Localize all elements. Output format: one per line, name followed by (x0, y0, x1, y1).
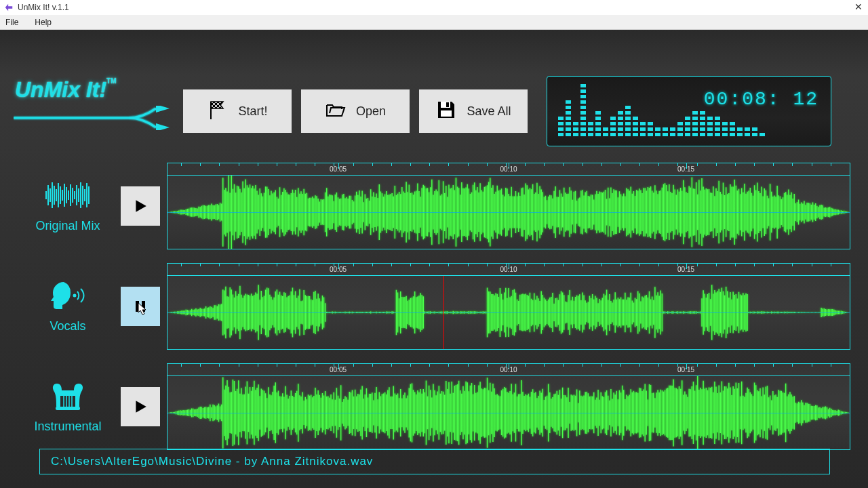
track-label-text: Original Mix (35, 219, 100, 233)
status-path: C:\Users\AlterEgo\Music\Divine - by Anna… (39, 449, 830, 474)
svg-rect-6 (441, 110, 452, 117)
window-title: UnMix It! v.1.1 (18, 3, 69, 12)
app-icon (4, 3, 14, 12)
app-logo: UnMix It!TM (15, 77, 117, 102)
start-button[interactable]: Start! (183, 89, 292, 133)
open-button[interactable]: Open (301, 89, 410, 133)
workspace: UnMix It!TM Start! Open (0, 30, 868, 488)
start-label: Start! (238, 104, 267, 119)
open-label: Open (356, 104, 386, 119)
play-button-instr[interactable] (121, 387, 160, 426)
toolbar: Start! Open Save All (183, 89, 528, 133)
head-speaking-icon (43, 279, 92, 315)
waveform-instr[interactable]: 00:0500:1000:15 (167, 363, 850, 450)
waveform-icon (43, 179, 92, 215)
time-ruler: 00:0500:1000:15 (167, 364, 850, 376)
svg-rect-5 (446, 102, 449, 107)
svg-rect-33 (56, 407, 80, 410)
play-button-original[interactable] (121, 186, 160, 226)
menu-file[interactable]: File (5, 18, 18, 27)
track-label-text: Instrumental (34, 420, 101, 434)
close-icon[interactable]: ✕ (854, 1, 863, 12)
track-label-vocals: Vocals (20, 279, 115, 333)
track-label-instr: Instrumental (20, 380, 115, 434)
save-all-button[interactable]: Save All (419, 89, 528, 133)
track-label-text: Vocals (50, 319, 85, 333)
time-panel: 00:08: 12 (547, 76, 831, 146)
time-ruler: 00:0500:1000:15 (167, 163, 850, 176)
window-titlebar: UnMix It! v.1.1 ✕ (0, 0, 868, 15)
tracks-area: Original Mix 00:0500:1000:15 Vocals 00:0… (0, 162, 850, 463)
save-label: Save All (467, 104, 511, 119)
menu-help[interactable]: Help (35, 18, 52, 27)
svg-marker-38 (136, 401, 146, 413)
time-ruler: 00:0500:1000:15 (167, 264, 850, 276)
track-original: Original Mix 00:0500:1000:15 (0, 162, 850, 250)
playhead[interactable] (443, 276, 444, 349)
svg-marker-29 (136, 200, 146, 212)
folder-open-icon (325, 99, 347, 124)
save-icon (435, 99, 457, 124)
waveform-vocals[interactable]: 00:0500:1000:15 (167, 263, 850, 350)
logo-split-arrows-icon (14, 106, 170, 130)
track-label-original: Original Mix (20, 179, 115, 233)
track-instr: Instrumental 00:0500:1000:15 (0, 363, 850, 451)
menubar: File Help (0, 15, 868, 30)
timecode: 00:08: 12 (704, 89, 818, 110)
flag-icon (207, 99, 229, 124)
svg-marker-0 (156, 106, 170, 113)
lyre-icon (43, 380, 92, 415)
waveform-original[interactable]: 00:0500:1000:15 (167, 163, 850, 249)
svg-point-30 (74, 295, 76, 297)
svg-marker-1 (156, 123, 170, 130)
track-vocals: Vocals 00:0500:1000:15 (0, 262, 850, 350)
